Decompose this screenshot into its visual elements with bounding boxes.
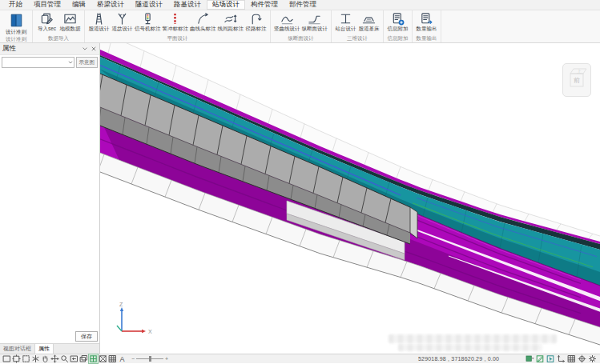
信号机标注-button[interactable]: 信号机标注 [134,11,162,32]
panel-tab-2[interactable]: 属性 [34,344,54,354]
menu-tab-2[interactable]: 项目管理 [28,0,66,10]
menu-tab-8[interactable]: 构件管理 [245,0,284,10]
ribbon-button-label: 道岔设计 [112,26,133,32]
ribbon-group-1: 设计准则设计准则 [0,10,33,42]
vertical-curve-design-icon [280,12,294,26]
pan-tool[interactable] [41,354,50,363]
settings-gear[interactable] [588,354,597,363]
wireframe-view-tool[interactable] [99,354,107,363]
警冲标标注-button[interactable]: 警冲标标注 [162,11,190,32]
axis-y-arrow [117,326,122,331]
ribbon-button-label: 径路标注 [246,26,267,32]
window-zoom-tool[interactable] [22,354,30,363]
menu-tab-7[interactable]: 站场设计 [207,0,245,10]
导入sec-button[interactable]: 导入sec [35,11,58,32]
view-cube[interactable]: 上 前 [562,63,591,97]
ribbon-button-label: 站台设计 [336,26,356,32]
ribbon-group-label: 数量输出 [415,34,438,42]
zoom-slider-handle[interactable] [149,356,151,362]
coordinate-readout: 529018.98 , 3718620.29 , 0.00 [418,354,499,363]
design-rule-icon [8,12,25,29]
ribbon-group-7: 数量输出数量输出 [413,10,441,42]
曲线头标注-button[interactable]: 曲线头标注 [189,11,217,32]
zoom-out-button[interactable]: − [131,356,135,362]
turnout-design-icon [115,12,129,26]
信息附加-button[interactable]: 信息附加 [386,11,409,32]
layers-tool[interactable] [79,354,88,363]
import-sec-icon [40,12,54,26]
数量输出-button[interactable]: 数量输出 [415,11,438,32]
3d-viewport[interactable]: 上 前 Z X [100,43,600,354]
svg-text:A: A [119,355,124,363]
property-combobox[interactable] [2,57,74,68]
线间距标注-button[interactable]: 线间距标注 [217,11,245,32]
object-snap-tool[interactable] [578,354,586,363]
panel-title: 属性 [2,44,16,54]
zoom-slider[interactable]: − + [131,356,168,362]
menu-tab-6[interactable]: 路基设计 [168,0,207,10]
track-spacing-annotation-icon [223,12,237,26]
application-window: { "menu": { "tabs": ["开始","项目管理","编辑","桥… [0,0,600,364]
fit-view-tool[interactable] [12,354,21,363]
ucs-tool[interactable] [557,354,566,363]
panel-tab-1[interactable]: 视图对话框 [0,344,34,354]
地模数据-button[interactable]: 地模数据 [58,11,82,32]
ribbon-group-label: 纵断面设计 [273,34,328,42]
zoom-slider-track[interactable] [136,358,163,359]
menu-tab-9[interactable]: 部件管理 [284,0,322,10]
道岔设计-button[interactable]: 道岔设计 [111,11,134,32]
view-cube-front-label: 前 [574,77,580,84]
股道基床-button[interactable]: 股道基床 [357,11,381,32]
shaded-view-tool[interactable] [89,354,98,363]
ribbon-button-label: 导入sec [38,26,56,32]
text-style-tool[interactable]: A [118,354,127,363]
menu-tab-1[interactable]: 开始 [3,0,28,10]
display-style-tool[interactable] [526,354,534,363]
ribbon-group-label: 信息附加 [386,34,409,42]
terrain-data-icon [63,12,77,26]
ribbon-button-label: 曲线头标注 [190,26,216,32]
signal-annotation-icon [141,12,155,26]
竖曲线设计-button[interactable]: 竖曲线设计 [273,11,301,32]
combobox-arrow-icon [67,59,74,66]
纵断面设计-button[interactable]: 纵断面设计 [301,11,329,32]
trackbed-design-icon [362,12,376,26]
径路标注-button[interactable]: 径路标注 [244,11,268,32]
menu-tab-3[interactable]: 编辑 [66,0,91,10]
ribbon-group-6: 信息附加信息附加 [384,10,413,42]
ribbon-group-label: 三维设计 [334,34,381,42]
ribbon: 设计准则设计准则导入sec地模数据数据导入股道设计道岔设计信号机标注警冲标标注曲… [0,10,600,43]
properties-panel: 属性 示意图 保存 视图对话框属性 [0,43,100,354]
view-cube-top-label: 上 [577,69,582,74]
3d-model-canvas[interactable] [100,43,600,354]
ribbon-group-5: 站台设计股道基床三维设计 [332,10,384,42]
regen-tool[interactable] [31,354,40,363]
chevron-down-icon[interactable] [82,46,88,52]
zoom-in-button[interactable]: + [165,356,168,362]
ribbon-button-label: 股道设计 [89,26,110,32]
panel-bottom-tabs: 视图对话框属性 [0,343,99,354]
grid-snap-tool[interactable] [567,354,576,363]
schematic-button[interactable]: 示意图 [76,57,99,68]
select-mode-tool[interactable] [546,354,555,363]
设计准则-button[interactable]: 设计准则 [2,11,30,35]
股道设计-button[interactable]: 股道设计 [87,11,111,32]
menu-tab-4[interactable]: 桥梁设计 [91,0,130,10]
ribbon-button-label: 股道基床 [359,26,380,32]
close-icon[interactable] [91,46,97,52]
edit-mode-tool[interactable] [536,354,545,363]
ribbon-group-4: 竖曲线设计纵断面设计纵断面设计 [271,10,332,42]
grid-view-tool[interactable] [108,354,117,363]
profile-design-icon [308,12,321,26]
zoom-tool[interactable] [60,354,69,363]
curve-head-annotation-icon [196,12,210,26]
previous-view-tool[interactable] [70,354,79,363]
new-view-tool[interactable] [2,354,11,363]
ribbon-button-label: 信息附加 [388,26,409,32]
站台设计-button[interactable]: 站台设计 [334,11,357,32]
ribbon-group-label: 数据导入 [35,34,82,42]
save-button[interactable]: 保存 [75,331,98,342]
menu-tab-5[interactable]: 隧道设计 [130,0,168,10]
move-tool[interactable] [50,354,59,363]
fouling-post-annotation-icon [168,12,182,26]
